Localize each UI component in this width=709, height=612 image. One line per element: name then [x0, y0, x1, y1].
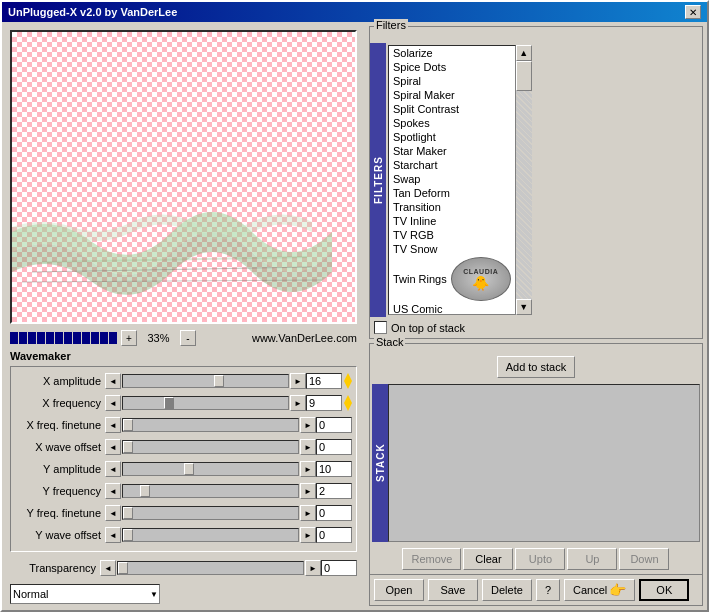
zoom-percent: 33% [141, 332, 176, 344]
x-wave-offset-inc[interactable]: ► [300, 439, 316, 455]
down-button[interactable]: Down [619, 548, 669, 570]
x-wave-offset-dec[interactable]: ◄ [105, 439, 121, 455]
y-frequency-inc[interactable]: ► [300, 483, 316, 499]
transparency-row: Transparency ◄ ► [10, 558, 357, 578]
x-frequency-inc[interactable]: ► [290, 395, 306, 411]
add-to-stack-button[interactable]: Add to stack [497, 356, 576, 378]
transparency-value[interactable] [321, 560, 357, 576]
delete-button[interactable]: Delete [482, 579, 532, 601]
stack-list[interactable] [388, 384, 700, 542]
param-row-x-wave-offset: X wave offset ◄ ► [15, 437, 352, 457]
zoom-block-1 [10, 332, 18, 344]
y-wave-offset-track[interactable] [122, 528, 299, 542]
filters-scroll-thumb[interactable] [516, 61, 532, 91]
filters-scroll-track[interactable] [516, 61, 532, 299]
svg-marker-4 [344, 395, 352, 411]
filter-item-spokes[interactable]: Spokes [389, 116, 515, 130]
save-button[interactable]: Save [428, 579, 478, 601]
clear-button[interactable]: Clear [463, 548, 513, 570]
filter-item-spiral[interactable]: Spiral [389, 74, 515, 88]
zoom-block-2 [19, 332, 27, 344]
zoom-block-3 [28, 332, 36, 344]
x-amplitude-inc[interactable]: ► [290, 373, 306, 389]
transparency-dec[interactable]: ◄ [100, 560, 116, 576]
filter-item-swap[interactable]: Swap [389, 172, 515, 186]
y-frequency-value[interactable] [316, 483, 352, 499]
help-button[interactable]: ? [536, 579, 560, 601]
x-frequency-track[interactable] [122, 396, 289, 410]
y-frequency-dec[interactable]: ◄ [105, 483, 121, 499]
filter-item-star-maker[interactable]: Star Maker [389, 144, 515, 158]
filter-item-twin-rings[interactable]: Twin Rings CLAUDIA 🐥 [389, 256, 515, 302]
transparency-track[interactable] [117, 561, 304, 575]
stack-sidebar-label: STACK [372, 384, 388, 542]
zoom-block-6 [55, 332, 63, 344]
x-freq-finetune-inc[interactable]: ► [300, 417, 316, 433]
up-button[interactable]: Up [567, 548, 617, 570]
param-label-x-wave-offset: X wave offset [15, 441, 105, 453]
y-wave-offset-inc[interactable]: ► [300, 527, 316, 543]
y-freq-finetune-dec[interactable]: ◄ [105, 505, 121, 521]
filters-list[interactable]: Solarize Spice Dots Spiral Spiral Maker … [388, 45, 516, 315]
zoom-block-12 [109, 332, 117, 344]
zoom-block-8 [73, 332, 81, 344]
x-frequency-value[interactable] [306, 395, 342, 411]
zoom-block-9 [82, 332, 90, 344]
y-freq-finetune-value[interactable] [316, 505, 352, 521]
filter-item-us-comic[interactable]: US Comic [389, 302, 515, 315]
filter-item-spice-dots[interactable]: Spice Dots [389, 60, 515, 74]
cancel-button[interactable]: Cancel 👉 [564, 579, 635, 601]
filter-item-solarize[interactable]: Solarize [389, 46, 515, 60]
filter-item-starchart[interactable]: Starchart [389, 158, 515, 172]
filter-item-tv-inline[interactable]: TV Inline [389, 214, 515, 228]
x-frequency-dec[interactable]: ◄ [105, 395, 121, 411]
x-amplitude-indicator [344, 373, 352, 389]
preview-area [10, 30, 357, 324]
param-label-y-amplitude: Y amplitude [15, 463, 105, 475]
y-freq-finetune-track[interactable] [122, 506, 299, 520]
remove-button[interactable]: Remove [402, 548, 461, 570]
filters-group-label: Filters [374, 19, 408, 31]
x-freq-finetune-track[interactable] [122, 418, 299, 432]
y-frequency-track[interactable] [122, 484, 299, 498]
filter-item-tan-deform[interactable]: Tan Deform [389, 186, 515, 200]
filter-item-spiral-maker[interactable]: Spiral Maker [389, 88, 515, 102]
filters-scroll-down[interactable]: ▼ [516, 299, 532, 315]
blend-mode-select[interactable]: Normal Multiply Screen Overlay [10, 584, 160, 604]
on-top-stack-label: On top of stack [391, 322, 465, 334]
filter-item-tv-snow[interactable]: TV Snow [389, 242, 515, 256]
y-wave-offset-value[interactable] [316, 527, 352, 543]
x-amplitude-value[interactable] [306, 373, 342, 389]
zoom-minus-button[interactable]: - [180, 330, 196, 346]
x-amplitude-dec[interactable]: ◄ [105, 373, 121, 389]
ok-button[interactable]: OK [639, 579, 689, 601]
on-top-stack-checkbox[interactable] [374, 321, 387, 334]
filter-item-spotlight[interactable]: Spotlight [389, 130, 515, 144]
x-wave-offset-value[interactable] [316, 439, 352, 455]
y-amplitude-inc[interactable]: ► [300, 461, 316, 477]
transparency-inc[interactable]: ► [305, 560, 321, 576]
stack-main: STACK [372, 384, 700, 542]
on-top-stack-row: On top of stack [370, 317, 702, 338]
svg-marker-3 [344, 373, 352, 389]
y-amplitude-dec[interactable]: ◄ [105, 461, 121, 477]
right-panel: Filters FILTERS Solarize Spice Dots Spir… [365, 22, 707, 610]
x-wave-offset-track[interactable] [122, 440, 299, 454]
filter-item-split-contrast[interactable]: Split Contrast [389, 102, 515, 116]
x-freq-finetune-value[interactable] [316, 417, 352, 433]
param-label-y-frequency: Y frequency [15, 485, 105, 497]
y-amplitude-track[interactable] [122, 462, 299, 476]
x-freq-finetune-dec[interactable]: ◄ [105, 417, 121, 433]
zoom-plus-button[interactable]: + [121, 330, 137, 346]
upto-button[interactable]: Upto [515, 548, 565, 570]
y-wave-offset-dec[interactable]: ◄ [105, 527, 121, 543]
open-button[interactable]: Open [374, 579, 424, 601]
filter-item-transition[interactable]: Transition [389, 200, 515, 214]
filters-scroll-up[interactable]: ▲ [516, 45, 532, 61]
y-amplitude-value[interactable] [316, 461, 352, 477]
add-to-stack-row: Add to stack [370, 352, 702, 382]
filter-item-tv-rgb[interactable]: TV RGB [389, 228, 515, 242]
y-freq-finetune-inc[interactable]: ► [300, 505, 316, 521]
x-amplitude-track[interactable] [122, 374, 289, 388]
close-button[interactable]: ✕ [685, 5, 701, 19]
